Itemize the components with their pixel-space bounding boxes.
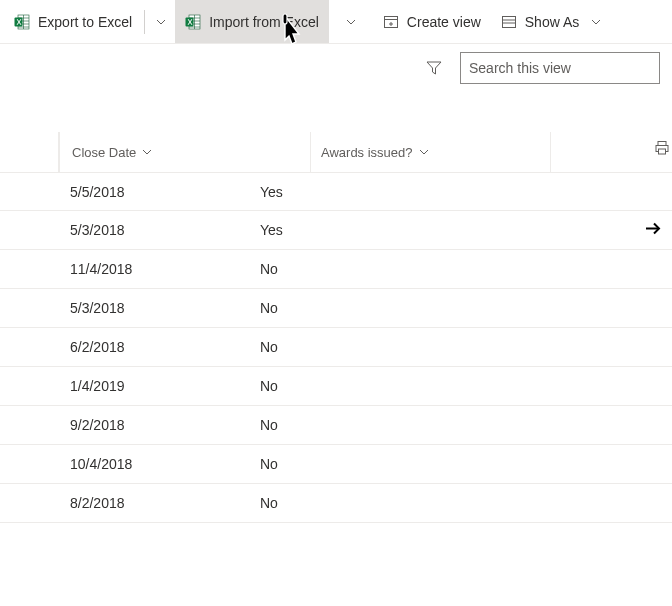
table-row[interactable]: 9/2/2018No	[0, 406, 672, 445]
filter-icon	[426, 60, 442, 76]
show-as-icon	[501, 14, 517, 30]
cell-awards-issued: No	[250, 417, 490, 433]
chevron-down-icon	[419, 147, 429, 157]
open-record-arrow-icon[interactable]	[644, 220, 662, 241]
import-dropdown-button[interactable]	[337, 0, 365, 43]
cell-awards-issued: No	[250, 456, 490, 472]
cell-awards-issued: Yes	[250, 222, 490, 238]
chevron-down-icon	[346, 17, 356, 27]
chevron-down-icon	[156, 17, 166, 27]
table-row[interactable]: 5/3/2018Yes	[0, 211, 672, 250]
separator	[144, 10, 145, 34]
import-from-excel-button[interactable]: Import from Excel	[175, 0, 329, 43]
cell-close-date: 9/2/2018	[0, 417, 250, 433]
column-header-close-date[interactable]: Close Date	[59, 132, 310, 172]
cell-close-date: 1/4/2019	[0, 378, 250, 394]
cell-awards-issued: Yes	[250, 184, 490, 200]
excel-icon	[185, 14, 201, 30]
column-header-awards-issued[interactable]: Awards issued?	[310, 132, 550, 172]
cell-close-date: 10/4/2018	[0, 456, 250, 472]
table-row[interactable]: 8/2/2018No	[0, 484, 672, 523]
chevron-down-icon	[142, 147, 152, 157]
column-label: Close Date	[72, 145, 136, 160]
table-row[interactable]: 5/3/2018No	[0, 289, 672, 328]
table-row[interactable]: 1/4/2019No	[0, 367, 672, 406]
import-label: Import from Excel	[209, 14, 319, 30]
table-row[interactable]: 5/5/2018Yes	[0, 172, 672, 211]
column-headers: Close Date Awards issued?	[0, 132, 672, 172]
row-selector-header	[0, 132, 59, 172]
column-label: Awards issued?	[321, 145, 413, 160]
svg-rect-26	[659, 149, 666, 154]
show-as-button[interactable]: Show As	[491, 0, 611, 43]
show-as-label: Show As	[525, 14, 579, 30]
filter-button[interactable]	[418, 52, 450, 84]
export-label: Export to Excel	[38, 14, 132, 30]
cell-close-date: 6/2/2018	[0, 339, 250, 355]
cell-close-date: 11/4/2018	[0, 261, 250, 277]
command-bar: Export to Excel Import from Excel Create	[0, 0, 672, 44]
cell-close-date: 5/3/2018	[0, 300, 250, 316]
cell-awards-issued: No	[250, 495, 490, 511]
excel-icon	[14, 14, 30, 30]
print-icon[interactable]	[654, 140, 670, 159]
cell-close-date: 5/3/2018	[0, 222, 250, 238]
cell-awards-issued: No	[250, 300, 490, 316]
cell-awards-issued: No	[250, 378, 490, 394]
table-row[interactable]: 6/2/2018No	[0, 328, 672, 367]
table-row[interactable]: 10/4/2018No	[0, 445, 672, 484]
cell-close-date: 8/2/2018	[0, 495, 250, 511]
table-row[interactable]: 11/4/2018No	[0, 250, 672, 289]
svg-rect-24	[658, 142, 666, 146]
create-view-icon	[383, 14, 399, 30]
create-view-label: Create view	[407, 14, 481, 30]
data-grid: Close Date Awards issued? 5/5/2018Yes5/3…	[0, 132, 672, 523]
cell-awards-issued: No	[250, 261, 490, 277]
svg-rect-18	[502, 16, 515, 27]
grid-body: 5/5/2018Yes5/3/2018Yes11/4/2018No5/3/201…	[0, 172, 672, 523]
search-row	[0, 44, 672, 92]
export-dropdown-button[interactable]	[147, 0, 175, 43]
create-view-button[interactable]: Create view	[373, 0, 491, 43]
cell-awards-issued: No	[250, 339, 490, 355]
cell-close-date: 5/5/2018	[0, 184, 250, 200]
export-to-excel-button[interactable]: Export to Excel	[4, 0, 142, 43]
search-input[interactable]	[469, 60, 644, 76]
chevron-down-icon	[591, 17, 601, 27]
search-box[interactable]	[460, 52, 660, 84]
